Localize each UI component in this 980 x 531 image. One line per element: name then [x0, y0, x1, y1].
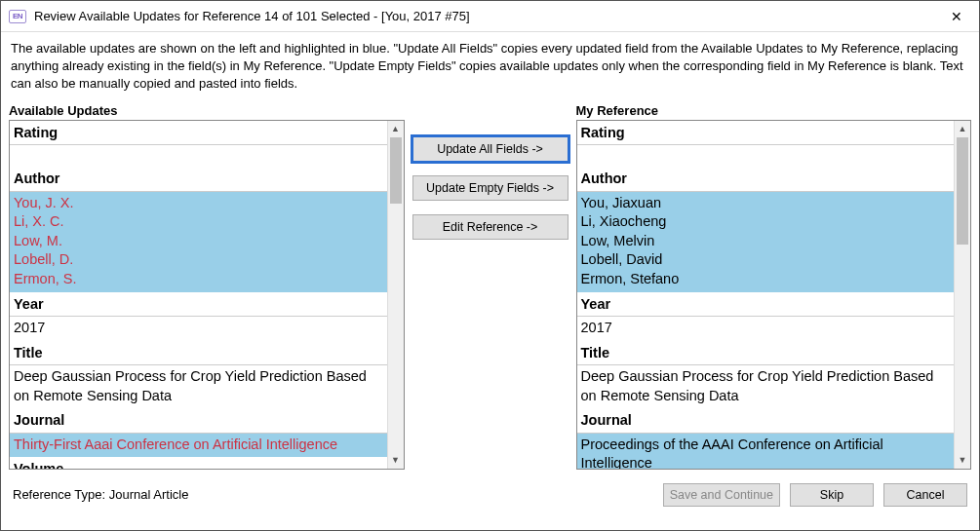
field-label: Author — [577, 167, 955, 192]
field-label: Title — [10, 341, 387, 366]
scroll-down-icon[interactable]: ▼ — [388, 452, 404, 469]
skip-button[interactable]: Skip — [790, 483, 874, 507]
scroll-up-icon[interactable]: ▲ — [955, 121, 970, 137]
field-value[interactable]: Deep Gaussian Process for Crop Yield Pre… — [10, 365, 387, 408]
reference-type: Reference Type: Journal Article — [13, 487, 653, 502]
app-icon: EN — [9, 10, 26, 23]
field-value[interactable]: Deep Gaussian Process for Crop Yield Pre… — [577, 365, 955, 408]
main-area: Available Updates RatingAuthorYou, J. X.… — [1, 103, 979, 470]
scroll-up-icon[interactable]: ▲ — [388, 121, 404, 137]
update-all-fields-button[interactable]: Update All Fields -> — [412, 136, 568, 162]
scrollbar-left[interactable]: ▲ ▼ — [387, 121, 404, 469]
edit-reference-button[interactable]: Edit Reference -> — [412, 214, 568, 240]
field-label: Journal — [577, 408, 955, 434]
scroll-down-icon[interactable]: ▼ — [955, 452, 970, 469]
center-buttons: Update All Fields -> Update Empty Fields… — [412, 103, 568, 470]
my-reference-list[interactable]: RatingAuthorYou, JiaxuanLi, XiaochengLow… — [576, 120, 972, 470]
field-label: Rating — [10, 121, 387, 146]
scroll-thumb-right[interactable] — [957, 137, 968, 245]
my-reference-heading: My Reference — [576, 103, 972, 120]
description-text: The available updates are shown on the l… — [1, 32, 979, 103]
field-value[interactable]: You, J. X.Li, X. C.Low, M.Lobell, D.Ermo… — [10, 192, 387, 292]
field-label: Author — [10, 167, 387, 192]
field-value[interactable]: 2017 — [577, 317, 955, 341]
scrollbar-right[interactable]: ▲ ▼ — [954, 121, 970, 469]
close-icon: ✕ — [951, 9, 962, 24]
footer: Reference Type: Journal Article Save and… — [1, 470, 979, 507]
field-value[interactable]: You, JiaxuanLi, XiaochengLow, MelvinLobe… — [577, 192, 955, 292]
available-updates-heading: Available Updates — [9, 103, 405, 120]
field-label: Title — [577, 341, 955, 366]
reference-type-value: Journal Article — [109, 487, 189, 502]
close-button[interactable]: ✕ — [934, 1, 979, 32]
field-label: Year — [10, 292, 387, 318]
field-value[interactable]: 2017 — [10, 317, 387, 341]
scroll-thumb-left[interactable] — [390, 137, 402, 204]
titlebar: EN Review Available Updates for Referenc… — [1, 1, 979, 32]
field-label: Rating — [577, 121, 955, 146]
field-label: Journal — [10, 408, 387, 434]
reference-type-label: Reference Type: — [13, 487, 105, 502]
available-updates-panel: Available Updates RatingAuthorYou, J. X.… — [9, 103, 405, 470]
field-value[interactable] — [10, 145, 387, 167]
my-reference-body[interactable]: RatingAuthorYou, JiaxuanLi, XiaochengLow… — [577, 121, 955, 469]
field-value[interactable]: Thirty-First Aaai Conference on Artifici… — [10, 434, 387, 458]
field-label: Volume — [10, 457, 387, 468]
field-value[interactable] — [577, 145, 955, 167]
field-label: Year — [577, 292, 955, 318]
field-value[interactable]: Proceedings of the AAAI Conference on Ar… — [577, 434, 955, 469]
available-updates-list[interactable]: RatingAuthorYou, J. X.Li, X. C.Low, M.Lo… — [9, 120, 405, 470]
save-and-continue-button[interactable]: Save and Continue — [663, 483, 780, 507]
my-reference-panel: My Reference RatingAuthorYou, JiaxuanLi,… — [576, 103, 972, 470]
window-title: Review Available Updates for Reference 1… — [34, 9, 934, 23]
cancel-button[interactable]: Cancel — [883, 483, 967, 507]
available-updates-body[interactable]: RatingAuthorYou, J. X.Li, X. C.Low, M.Lo… — [10, 121, 387, 469]
update-empty-fields-button[interactable]: Update Empty Fields -> — [412, 175, 568, 201]
